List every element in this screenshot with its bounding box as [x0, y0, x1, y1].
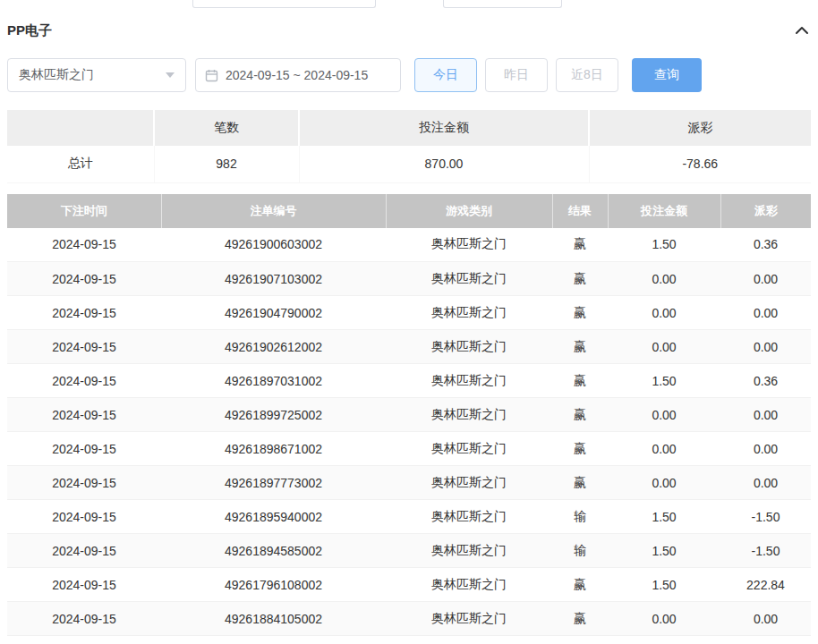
cell-result: 赢 — [552, 602, 608, 636]
cell-order-number: 49261907103002 — [161, 262, 386, 296]
cell-game-category: 奥林匹斯之门 — [386, 500, 552, 534]
cell-payout: 0.00 — [720, 398, 811, 432]
cell-order-number: 49261897773002 — [161, 466, 386, 500]
cell-bet-amount: 0.00 — [608, 602, 720, 636]
cell-bet-time: 2024-09-15 — [7, 500, 161, 534]
summary-column-header — [7, 110, 154, 146]
cell-order-number: 49261899725002 — [161, 398, 386, 432]
cell-payout: 0.36 — [720, 228, 811, 262]
cell-bet-amount: 1.50 — [608, 568, 720, 602]
cell-game-category: 奥林匹斯之门 — [386, 568, 552, 602]
cell-payout: 0.00 — [720, 432, 811, 466]
table-column-header: 游戏类别 — [386, 194, 552, 228]
table-header-row: 下注时间注单编号游戏类别结果投注金额派彩 — [7, 194, 811, 228]
cell-bet-amount: 1.50 — [608, 228, 720, 262]
summary-payout-value: -78.66 — [589, 146, 811, 182]
cell-payout: 0.00 — [720, 602, 811, 636]
summary-total-row: 总计 982 870.00 -78.66 — [7, 146, 811, 182]
table-column-header: 下注时间 — [7, 194, 161, 228]
summary-column-header: 派彩 — [589, 110, 811, 146]
table-row: 2024-09-1549261895940002奥林匹斯之门输1.50-1.50 — [7, 500, 811, 534]
collapse-button[interactable] — [795, 25, 811, 36]
cell-order-number: 49261897031002 — [161, 364, 386, 398]
summary-bet-amount-value: 870.00 — [299, 146, 589, 182]
cell-bet-amount: 0.00 — [608, 466, 720, 500]
cell-result: 赢 — [552, 466, 608, 500]
cell-bet-time: 2024-09-15 — [7, 330, 161, 364]
cell-bet-time: 2024-09-15 — [7, 432, 161, 466]
cell-bet-time: 2024-09-15 — [7, 364, 161, 398]
table-row: 2024-09-1549261907103002奥林匹斯之门赢0.000.00 — [7, 262, 811, 296]
cell-bet-amount: 0.00 — [608, 296, 720, 330]
table-column-header: 结果 — [552, 194, 608, 228]
cutoff-input-above-2[interactable] — [443, 0, 562, 8]
cell-bet-amount: 0.00 — [608, 432, 720, 466]
table-row: 2024-09-1549261900603002奥林匹斯之门赢1.500.36 — [7, 228, 811, 262]
cell-payout: 0.00 — [720, 262, 811, 296]
cell-order-number: 49261884105002 — [161, 602, 386, 636]
filter-bar: 奥林匹斯之门 2024-09-15 ~ 2024-09-15 今日昨日近8日 查… — [7, 58, 811, 92]
table-row: 2024-09-1549261884105002奥林匹斯之门赢0.000.00 — [7, 602, 811, 636]
cell-result: 输 — [552, 534, 608, 568]
cell-result: 赢 — [552, 568, 608, 602]
cell-result: 输 — [552, 500, 608, 534]
cell-result: 赢 — [552, 432, 608, 466]
cell-order-number: 49261898671002 — [161, 432, 386, 466]
cell-order-number: 49261902612002 — [161, 330, 386, 364]
cell-bet-time: 2024-09-15 — [7, 228, 161, 262]
cell-order-number: 49261900603002 — [161, 228, 386, 262]
table-row: 2024-09-1549261796108002奥林匹斯之门赢1.50222.8… — [7, 568, 811, 602]
cell-result: 赢 — [552, 330, 608, 364]
cell-result: 赢 — [552, 364, 608, 398]
table-row: 2024-09-1549261897031002奥林匹斯之门赢1.500.36 — [7, 364, 811, 398]
game-select-value: 奥林匹斯之门 — [19, 67, 94, 83]
cutoff-input-above-1[interactable] — [192, 0, 376, 8]
cell-game-category: 奥林匹斯之门 — [386, 262, 552, 296]
cell-payout: 0.00 — [720, 296, 811, 330]
chevron-down-icon — [166, 72, 175, 78]
cell-bet-time: 2024-09-15 — [7, 534, 161, 568]
bet-records-table: 下注时间注单编号游戏类别结果投注金额派彩 2024-09-15492619006… — [7, 194, 811, 637]
panel-header: PP电子 — [7, 22, 811, 38]
cell-result: 赢 — [552, 296, 608, 330]
date-range-input[interactable]: 2024-09-15 ~ 2024-09-15 — [195, 58, 401, 92]
cell-bet-amount: 0.00 — [608, 398, 720, 432]
pp-electronic-panel: PP电子 奥林匹斯之门 2024-09-15 ~ 2024-09-15 今日昨日… — [0, 22, 818, 636]
cell-game-category: 奥林匹斯之门 — [386, 296, 552, 330]
cell-game-category: 奥林匹斯之门 — [386, 330, 552, 364]
quick-date-buttons: 今日昨日近8日 — [414, 58, 626, 92]
table-row: 2024-09-1549261897773002奥林匹斯之门赢0.000.00 — [7, 466, 811, 500]
calendar-icon — [205, 69, 218, 82]
cell-payout: 0.00 — [720, 466, 811, 500]
cell-game-category: 奥林匹斯之门 — [386, 398, 552, 432]
cell-bet-amount: 1.50 — [608, 364, 720, 398]
search-button[interactable]: 查询 — [632, 58, 702, 92]
cell-result: 赢 — [552, 262, 608, 296]
quick-button-last-8-days[interactable]: 近8日 — [556, 58, 618, 92]
summary-header-row: 笔数投注金额派彩 — [7, 110, 811, 146]
chevron-up-icon — [795, 25, 809, 36]
cell-payout: 0.36 — [720, 364, 811, 398]
summary-total-label: 总计 — [7, 146, 154, 182]
table-row: 2024-09-1549261904790002奥林匹斯之门赢0.000.00 — [7, 296, 811, 330]
cell-bet-time: 2024-09-15 — [7, 466, 161, 500]
cell-bet-time: 2024-09-15 — [7, 262, 161, 296]
cell-bet-amount: 1.50 — [608, 534, 720, 568]
cell-order-number: 49261895940002 — [161, 500, 386, 534]
game-select[interactable]: 奥林匹斯之门 — [7, 58, 186, 92]
summary-count-value: 982 — [154, 146, 299, 182]
cell-bet-time: 2024-09-15 — [7, 568, 161, 602]
table-column-header: 注单编号 — [161, 194, 386, 228]
cell-bet-time: 2024-09-15 — [7, 602, 161, 636]
cell-game-category: 奥林匹斯之门 — [386, 432, 552, 466]
table-column-header: 派彩 — [720, 194, 811, 228]
cell-game-category: 奥林匹斯之门 — [386, 602, 552, 636]
cell-game-category: 奥林匹斯之门 — [386, 228, 552, 262]
quick-button-yesterday[interactable]: 昨日 — [485, 58, 548, 92]
cell-result: 赢 — [552, 228, 608, 262]
cell-game-category: 奥林匹斯之门 — [386, 534, 552, 568]
quick-button-today[interactable]: 今日 — [414, 58, 477, 92]
cell-bet-time: 2024-09-15 — [7, 398, 161, 432]
cell-bet-amount: 1.50 — [608, 500, 720, 534]
table-row: 2024-09-1549261899725002奥林匹斯之门赢0.000.00 — [7, 398, 811, 432]
